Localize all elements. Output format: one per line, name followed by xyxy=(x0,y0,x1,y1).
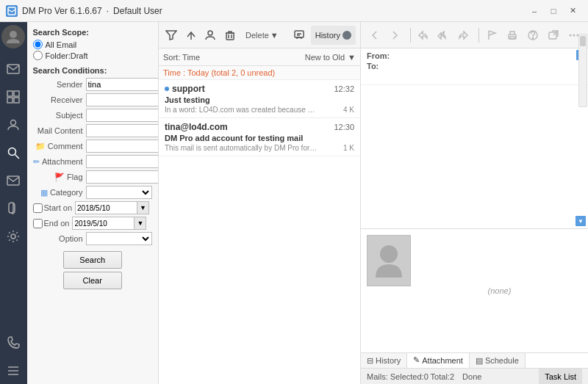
subject-input[interactable] xyxy=(86,109,159,122)
sms-btn[interactable] xyxy=(291,26,308,45)
attachment-tab-icon: ✎ xyxy=(413,355,420,365)
svg-rect-17 xyxy=(226,33,234,40)
email-item-2[interactable]: tina@lo4d.com 12:30 DM Pro add account f… xyxy=(159,118,360,156)
delete-btn[interactable] xyxy=(222,26,239,45)
folder-draft-radio[interactable]: Folder:Draft xyxy=(33,51,152,60)
history-btn[interactable]: History xyxy=(311,26,356,45)
flag-input[interactable] xyxy=(86,170,159,184)
close-button[interactable]: ✕ xyxy=(563,4,582,18)
start-on-input[interactable] xyxy=(75,201,137,214)
email-time-1: 12:32 xyxy=(334,84,354,93)
svg-point-29 xyxy=(380,245,398,263)
svg-point-24 xyxy=(532,37,534,39)
end-on-checkbox[interactable] xyxy=(33,219,43,228)
sidebar-menu-btn[interactable] xyxy=(0,358,26,384)
mail-content-input[interactable] xyxy=(86,124,159,137)
app-icon xyxy=(6,5,18,17)
attachment-label: ✏ Attachment xyxy=(33,157,86,167)
restore-button[interactable]: □ xyxy=(544,4,563,18)
sidebar-phone-btn[interactable] xyxy=(0,330,26,356)
history-tab-label: History xyxy=(376,356,401,365)
flag-preview-btn[interactable] xyxy=(482,26,501,45)
start-on-label[interactable]: Start on xyxy=(33,203,73,213)
forward-mail-btn[interactable] xyxy=(453,26,473,45)
sidebar-settings-btn[interactable] xyxy=(0,223,26,250)
search-button[interactable]: Search xyxy=(63,251,122,269)
all-email-radio[interactable]: All Email xyxy=(33,40,152,49)
end-on-label[interactable]: End on xyxy=(33,219,70,228)
email-row1-2: tina@lo4d.com 12:30 xyxy=(165,122,354,132)
subject-label: Subject xyxy=(33,111,86,120)
schedule-tab-label: Schedule xyxy=(485,356,519,365)
title-bar-left: DM Pro Ver 6.1.6.67 · Default User xyxy=(6,5,162,17)
attachment-input[interactable] xyxy=(86,155,159,168)
sort-bar: Sort: Time New to Old ▼ xyxy=(159,48,360,66)
receiver-input[interactable] xyxy=(86,93,159,106)
filter-btn[interactable] xyxy=(163,26,180,45)
receiver-row: Receiver ▼ xyxy=(33,93,152,106)
comment-input[interactable] xyxy=(86,140,159,153)
from-field: From: xyxy=(367,51,582,60)
attachment-row: ✏ Attachment xyxy=(33,155,152,168)
sidebar-mail2-btn[interactable] xyxy=(0,167,26,194)
sort-arrow-icon[interactable]: ▼ xyxy=(348,53,356,62)
history-tab[interactable]: ⊟ History xyxy=(361,353,407,368)
option-select[interactable] xyxy=(86,232,152,245)
delete-dropdown-icon: ▼ xyxy=(270,31,279,40)
all-email-label: All Email xyxy=(46,40,77,49)
to-field: To: xyxy=(367,62,582,70)
history-tab-icon: ⊟ xyxy=(367,356,373,366)
svg-rect-2 xyxy=(7,65,19,73)
sender-input[interactable] xyxy=(86,78,159,91)
action-buttons: Search Clear xyxy=(33,251,152,289)
sort-label: Sort: Time xyxy=(163,53,200,62)
print-btn[interactable] xyxy=(503,26,522,45)
expand-bottom-btn[interactable]: ▼ xyxy=(576,216,586,226)
start-on-checkbox[interactable] xyxy=(33,203,43,213)
email-sender-2: tina@lo4d.com xyxy=(165,122,228,132)
from-label: From: xyxy=(367,51,390,60)
preview-header: From: To: xyxy=(361,48,588,85)
preview-panel: ▲ From: To: ▼ xyxy=(361,22,588,384)
back-btn[interactable] xyxy=(365,26,384,45)
attachment-tab[interactable]: ✎ Attachment xyxy=(407,353,470,369)
sender-label: Sender xyxy=(33,80,86,89)
clear-button[interactable]: Clear xyxy=(63,272,122,289)
svg-point-1 xyxy=(10,31,17,38)
new-window-btn[interactable] xyxy=(544,26,563,45)
contact-info-empty: (none) xyxy=(417,235,582,347)
end-on-input[interactable] xyxy=(72,217,135,230)
flag-label: 🚩 Flag xyxy=(33,173,86,182)
status-right: Task List xyxy=(539,369,582,385)
svg-rect-9 xyxy=(7,176,19,185)
comment-label: 📁 Comment xyxy=(33,142,86,151)
category-select[interactable] xyxy=(86,186,152,199)
reply-all-btn[interactable] xyxy=(434,26,453,45)
delete-label: Delete xyxy=(245,31,269,40)
time-group-label: Time : Today (total 2, 0 unread) xyxy=(163,68,275,77)
email-item-1[interactable]: support 12:32 Just testing In a word: LO… xyxy=(159,80,360,118)
end-on-calendar-btn[interactable]: ▼ xyxy=(135,217,146,230)
sidebar-search-btn[interactable] xyxy=(0,140,26,166)
category-label: ▦ Category xyxy=(33,188,86,198)
delete-menu-btn[interactable]: Delete ▼ xyxy=(241,26,283,45)
app-title: DM Pro Ver 6.1.6.67 xyxy=(22,6,102,16)
email-size-1: 4 K xyxy=(343,106,354,114)
minimize-button[interactable]: – xyxy=(525,4,544,18)
sidebar-mail-btn[interactable] xyxy=(0,56,26,82)
sidebar-attachment-btn[interactable] xyxy=(0,195,26,222)
sort-order: New to Old ▼ xyxy=(305,53,356,62)
contact-tabs: ⊟ History ✎ Attachment ▤ Schedule xyxy=(361,352,588,368)
task-list-button[interactable]: Task List xyxy=(539,369,582,385)
reply-btn[interactable] xyxy=(414,26,433,45)
help-btn[interactable] xyxy=(523,26,542,45)
forward-btn[interactable] xyxy=(385,26,404,45)
sidebar-grid-btn[interactable] xyxy=(0,84,26,110)
move-up-btn[interactable] xyxy=(183,26,200,45)
title-bar: DM Pro Ver 6.1.6.67 · Default User – □ ✕ xyxy=(0,0,588,22)
schedule-tab[interactable]: ▤ Schedule xyxy=(470,353,526,368)
contact-btn[interactable] xyxy=(202,26,219,45)
sidebar-contacts-btn[interactable] xyxy=(0,112,26,138)
window-controls: – □ ✕ xyxy=(525,4,582,18)
start-on-calendar-btn[interactable]: ▼ xyxy=(137,201,149,214)
